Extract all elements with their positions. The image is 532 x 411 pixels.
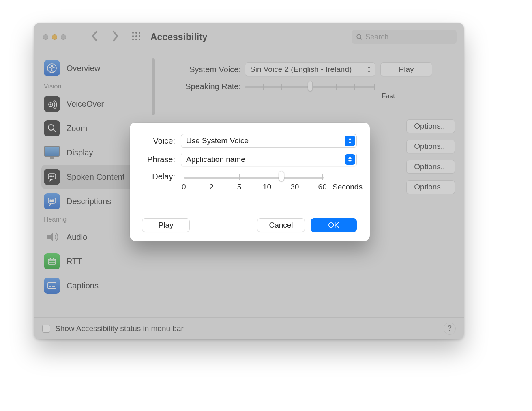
svg-point-1 [135, 32, 137, 34]
delay-tick-30: 30 [290, 183, 299, 192]
sidebar-item-rtt[interactable]: RTT [41, 249, 149, 273]
system-voice-label: System Voice: [172, 65, 241, 74]
speaking-rate-label: Speaking Rate: [172, 82, 241, 91]
sidebar-item-label: RTT [66, 257, 82, 266]
help-icon: ? [448, 324, 452, 333]
sidebar-item-label: Zoom [66, 124, 87, 133]
display-icon [44, 144, 60, 161]
sidebar-item-voiceover[interactable]: VoiceOver [41, 92, 149, 116]
svg-point-27 [53, 258, 54, 259]
svg-point-8 [139, 39, 140, 40]
system-voice-value: Siri Voice 2 (English - Ireland) [250, 65, 352, 74]
rate-fast-label: Fast [382, 92, 395, 100]
rtt-icon [44, 253, 60, 269]
status-checkbox-label: Show Accessibility status in menu bar [55, 324, 184, 333]
window-title: Accessibility [150, 32, 208, 43]
delay-tick-0: 0 [182, 183, 186, 192]
zoom-icon [44, 120, 60, 136]
chevron-updown-icon [364, 64, 374, 75]
sidebar-item-label: Spoken Content [66, 172, 124, 182]
svg-point-15 [48, 125, 54, 130]
delay-slider-thumb[interactable] [279, 171, 284, 181]
sidebar-header-vision: Vision [41, 80, 157, 92]
slider-thumb[interactable] [308, 81, 313, 91]
svg-line-10 [360, 38, 362, 39]
play-button[interactable]: Play [380, 62, 432, 76]
svg-text:99: 99 [50, 199, 54, 203]
svg-point-14 [50, 104, 51, 105]
sidebar-item-label: VoiceOver [66, 99, 104, 109]
speaking-rate-slider[interactable] [245, 82, 375, 91]
options-button-4[interactable]: Options... [406, 180, 455, 194]
ok-button[interactable]: OK [311, 218, 357, 232]
cancel-button[interactable]: Cancel [257, 218, 305, 232]
audio-icon [44, 229, 60, 245]
help-button[interactable]: ? [444, 323, 456, 335]
sidebar-item-overview[interactable]: Overview [41, 56, 149, 80]
options-button-1[interactable]: Options... [406, 119, 455, 133]
sidebar-item-label: Captions [66, 281, 99, 290]
toolbar: Accessibility [34, 23, 464, 51]
svg-point-18 [50, 176, 51, 176]
delay-tick-60: 60 [318, 183, 327, 192]
voiceover-icon [44, 96, 60, 112]
search-field[interactable] [352, 30, 457, 44]
announcement-options-sheet: Voice: Use System Voice Phrase: Applicat… [130, 123, 370, 241]
sidebar-item-label: Descriptions [66, 197, 111, 206]
delay-label: Delay: [142, 172, 175, 181]
status-checkbox[interactable] [42, 325, 50, 333]
voice-dropdown[interactable]: Use System Voice [181, 134, 357, 148]
svg-point-4 [135, 35, 137, 37]
svg-line-16 [53, 129, 56, 132]
svg-point-6 [132, 39, 134, 40]
scrollbar-thumb[interactable] [152, 58, 155, 115]
svg-point-5 [139, 35, 140, 37]
show-all-icon[interactable] [132, 32, 141, 42]
sidebar-item-label: Audio [66, 232, 87, 242]
modal-play-button[interactable]: Play [142, 218, 190, 232]
accessibility-icon [44, 60, 60, 76]
sidebar-item-label: Overview [66, 64, 100, 73]
minimize-window-button[interactable] [52, 34, 57, 40]
delay-tick-10: 10 [263, 183, 271, 192]
voice-value: Use System Voice [186, 136, 249, 145]
captions-icon [44, 278, 60, 294]
delay-tick-5: 5 [237, 183, 242, 192]
voice-label: Voice: [142, 136, 175, 146]
svg-point-7 [135, 39, 137, 40]
svg-point-2 [139, 32, 140, 34]
search-icon [356, 33, 363, 41]
svg-point-12 [51, 65, 53, 67]
svg-point-26 [50, 258, 51, 259]
svg-rect-23 [48, 259, 56, 264]
sidebar-item-captions[interactable]: Captions [41, 273, 149, 298]
svg-point-0 [132, 32, 134, 34]
window-footer: Show Accessibility status in menu bar ? [34, 317, 464, 339]
spoken-content-icon [44, 169, 60, 185]
zoom-window-button[interactable] [61, 34, 66, 40]
svg-rect-28 [48, 282, 56, 289]
system-voice-dropdown[interactable]: Siri Voice 2 (English - Ireland) [245, 62, 375, 76]
window-controls [43, 34, 66, 40]
delay-slider[interactable] [181, 173, 327, 182]
nav-back-button[interactable] [91, 30, 99, 43]
chevron-updown-icon [345, 154, 355, 165]
options-button-2[interactable]: Options... [406, 140, 455, 153]
svg-point-19 [51, 176, 52, 176]
nav-forward-button[interactable] [112, 30, 119, 43]
svg-point-3 [132, 35, 134, 37]
svg-point-20 [53, 176, 54, 176]
chevron-updown-icon [345, 136, 355, 146]
options-button-3[interactable]: Options... [406, 160, 455, 174]
search-input[interactable] [365, 33, 453, 41]
phrase-label: Phrase: [142, 155, 175, 164]
svg-point-9 [357, 34, 361, 39]
phrase-dropdown[interactable]: Application name [181, 153, 357, 166]
close-window-button[interactable] [43, 34, 48, 40]
descriptions-icon: 99 [44, 193, 60, 209]
sidebar-item-label: Display [66, 148, 93, 157]
delay-tick-2: 2 [209, 183, 214, 192]
phrase-value: Application name [186, 155, 245, 164]
